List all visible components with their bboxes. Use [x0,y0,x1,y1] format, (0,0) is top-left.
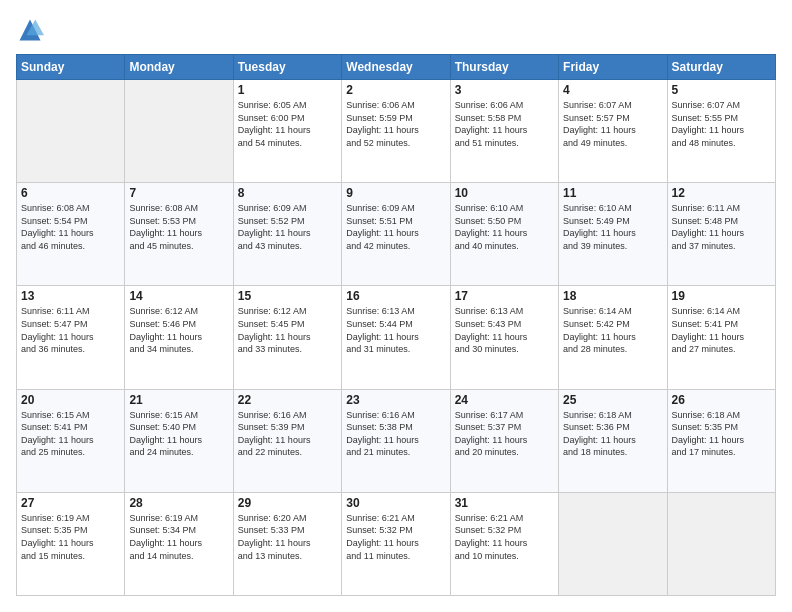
day-info: Sunrise: 6:16 AM Sunset: 5:38 PM Dayligh… [346,409,445,459]
calendar-day-cell: 4Sunrise: 6:07 AM Sunset: 5:57 PM Daylig… [559,80,667,183]
day-number: 12 [672,186,771,200]
day-info: Sunrise: 6:21 AM Sunset: 5:32 PM Dayligh… [346,512,445,562]
day-number: 15 [238,289,337,303]
weekday-header-cell: Saturday [667,55,775,80]
day-info: Sunrise: 6:10 AM Sunset: 5:50 PM Dayligh… [455,202,554,252]
calendar-day-cell: 7Sunrise: 6:08 AM Sunset: 5:53 PM Daylig… [125,183,233,286]
calendar-week-row: 20Sunrise: 6:15 AM Sunset: 5:41 PM Dayli… [17,389,776,492]
day-info: Sunrise: 6:19 AM Sunset: 5:35 PM Dayligh… [21,512,120,562]
weekday-header-cell: Monday [125,55,233,80]
day-info: Sunrise: 6:12 AM Sunset: 5:45 PM Dayligh… [238,305,337,355]
calendar-day-cell [667,492,775,595]
calendar-body: 1Sunrise: 6:05 AM Sunset: 6:00 PM Daylig… [17,80,776,596]
calendar-day-cell: 17Sunrise: 6:13 AM Sunset: 5:43 PM Dayli… [450,286,558,389]
calendar-week-row: 27Sunrise: 6:19 AM Sunset: 5:35 PM Dayli… [17,492,776,595]
day-info: Sunrise: 6:18 AM Sunset: 5:36 PM Dayligh… [563,409,662,459]
day-number: 21 [129,393,228,407]
day-number: 20 [21,393,120,407]
page: SundayMondayTuesdayWednesdayThursdayFrid… [0,0,792,612]
calendar-day-cell: 1Sunrise: 6:05 AM Sunset: 6:00 PM Daylig… [233,80,341,183]
calendar-day-cell: 25Sunrise: 6:18 AM Sunset: 5:36 PM Dayli… [559,389,667,492]
calendar-day-cell: 9Sunrise: 6:09 AM Sunset: 5:51 PM Daylig… [342,183,450,286]
day-info: Sunrise: 6:09 AM Sunset: 5:52 PM Dayligh… [238,202,337,252]
calendar-day-cell: 16Sunrise: 6:13 AM Sunset: 5:44 PM Dayli… [342,286,450,389]
calendar-day-cell: 23Sunrise: 6:16 AM Sunset: 5:38 PM Dayli… [342,389,450,492]
calendar-day-cell [559,492,667,595]
calendar-day-cell: 14Sunrise: 6:12 AM Sunset: 5:46 PM Dayli… [125,286,233,389]
day-info: Sunrise: 6:05 AM Sunset: 6:00 PM Dayligh… [238,99,337,149]
calendar-day-cell: 5Sunrise: 6:07 AM Sunset: 5:55 PM Daylig… [667,80,775,183]
calendar-day-cell: 29Sunrise: 6:20 AM Sunset: 5:33 PM Dayli… [233,492,341,595]
weekday-header-cell: Tuesday [233,55,341,80]
calendar-table: SundayMondayTuesdayWednesdayThursdayFrid… [16,54,776,596]
day-info: Sunrise: 6:10 AM Sunset: 5:49 PM Dayligh… [563,202,662,252]
day-info: Sunrise: 6:14 AM Sunset: 5:42 PM Dayligh… [563,305,662,355]
day-info: Sunrise: 6:13 AM Sunset: 5:44 PM Dayligh… [346,305,445,355]
day-info: Sunrise: 6:20 AM Sunset: 5:33 PM Dayligh… [238,512,337,562]
calendar-day-cell: 20Sunrise: 6:15 AM Sunset: 5:41 PM Dayli… [17,389,125,492]
calendar-day-cell: 10Sunrise: 6:10 AM Sunset: 5:50 PM Dayli… [450,183,558,286]
day-number: 3 [455,83,554,97]
calendar-day-cell [125,80,233,183]
calendar-day-cell: 27Sunrise: 6:19 AM Sunset: 5:35 PM Dayli… [17,492,125,595]
day-number: 5 [672,83,771,97]
day-number: 29 [238,496,337,510]
day-info: Sunrise: 6:06 AM Sunset: 5:59 PM Dayligh… [346,99,445,149]
calendar-day-cell: 21Sunrise: 6:15 AM Sunset: 5:40 PM Dayli… [125,389,233,492]
header [16,16,776,44]
day-number: 22 [238,393,337,407]
calendar-week-row: 13Sunrise: 6:11 AM Sunset: 5:47 PM Dayli… [17,286,776,389]
day-info: Sunrise: 6:07 AM Sunset: 5:55 PM Dayligh… [672,99,771,149]
weekday-header-cell: Thursday [450,55,558,80]
day-info: Sunrise: 6:11 AM Sunset: 5:48 PM Dayligh… [672,202,771,252]
day-number: 26 [672,393,771,407]
logo-icon [16,16,44,44]
day-info: Sunrise: 6:16 AM Sunset: 5:39 PM Dayligh… [238,409,337,459]
day-info: Sunrise: 6:08 AM Sunset: 5:54 PM Dayligh… [21,202,120,252]
day-number: 19 [672,289,771,303]
calendar-day-cell: 30Sunrise: 6:21 AM Sunset: 5:32 PM Dayli… [342,492,450,595]
day-number: 8 [238,186,337,200]
day-info: Sunrise: 6:11 AM Sunset: 5:47 PM Dayligh… [21,305,120,355]
day-number: 28 [129,496,228,510]
day-number: 13 [21,289,120,303]
day-number: 7 [129,186,228,200]
day-number: 11 [563,186,662,200]
day-info: Sunrise: 6:13 AM Sunset: 5:43 PM Dayligh… [455,305,554,355]
day-number: 27 [21,496,120,510]
calendar-day-cell: 31Sunrise: 6:21 AM Sunset: 5:32 PM Dayli… [450,492,558,595]
calendar-day-cell: 15Sunrise: 6:12 AM Sunset: 5:45 PM Dayli… [233,286,341,389]
day-number: 30 [346,496,445,510]
day-number: 18 [563,289,662,303]
day-number: 1 [238,83,337,97]
weekday-header-cell: Wednesday [342,55,450,80]
day-number: 14 [129,289,228,303]
calendar-week-row: 1Sunrise: 6:05 AM Sunset: 6:00 PM Daylig… [17,80,776,183]
logo [16,16,48,44]
calendar-day-cell: 26Sunrise: 6:18 AM Sunset: 5:35 PM Dayli… [667,389,775,492]
day-number: 31 [455,496,554,510]
day-info: Sunrise: 6:07 AM Sunset: 5:57 PM Dayligh… [563,99,662,149]
day-info: Sunrise: 6:06 AM Sunset: 5:58 PM Dayligh… [455,99,554,149]
calendar-day-cell: 28Sunrise: 6:19 AM Sunset: 5:34 PM Dayli… [125,492,233,595]
calendar-day-cell [17,80,125,183]
weekday-header-row: SundayMondayTuesdayWednesdayThursdayFrid… [17,55,776,80]
calendar-week-row: 6Sunrise: 6:08 AM Sunset: 5:54 PM Daylig… [17,183,776,286]
day-number: 9 [346,186,445,200]
weekday-header-cell: Friday [559,55,667,80]
day-info: Sunrise: 6:19 AM Sunset: 5:34 PM Dayligh… [129,512,228,562]
calendar-day-cell: 11Sunrise: 6:10 AM Sunset: 5:49 PM Dayli… [559,183,667,286]
calendar-day-cell: 2Sunrise: 6:06 AM Sunset: 5:59 PM Daylig… [342,80,450,183]
day-info: Sunrise: 6:08 AM Sunset: 5:53 PM Dayligh… [129,202,228,252]
calendar-day-cell: 8Sunrise: 6:09 AM Sunset: 5:52 PM Daylig… [233,183,341,286]
day-info: Sunrise: 6:18 AM Sunset: 5:35 PM Dayligh… [672,409,771,459]
day-number: 2 [346,83,445,97]
day-number: 25 [563,393,662,407]
day-info: Sunrise: 6:12 AM Sunset: 5:46 PM Dayligh… [129,305,228,355]
calendar-day-cell: 12Sunrise: 6:11 AM Sunset: 5:48 PM Dayli… [667,183,775,286]
day-number: 23 [346,393,445,407]
day-number: 10 [455,186,554,200]
day-info: Sunrise: 6:14 AM Sunset: 5:41 PM Dayligh… [672,305,771,355]
day-number: 17 [455,289,554,303]
day-info: Sunrise: 6:15 AM Sunset: 5:40 PM Dayligh… [129,409,228,459]
